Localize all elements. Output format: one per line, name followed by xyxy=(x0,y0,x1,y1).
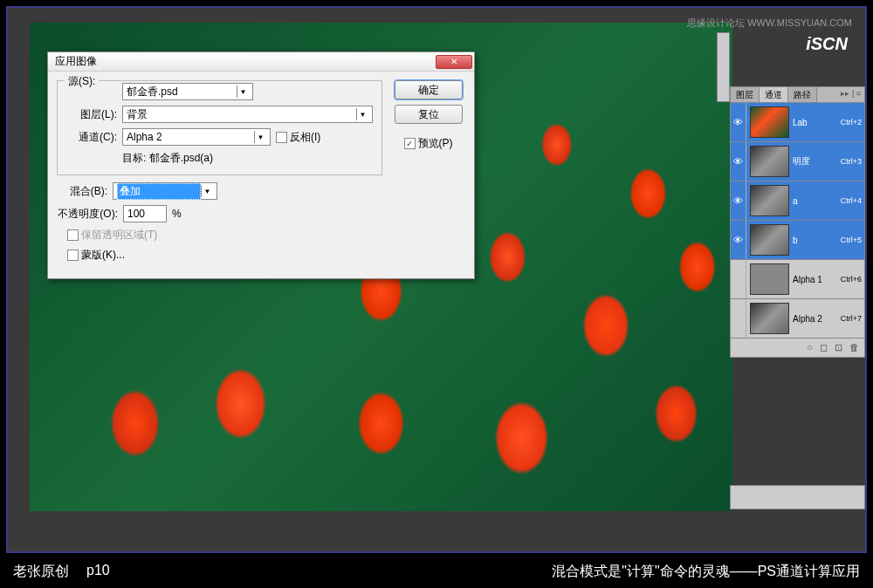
channel-row[interactable]: 👁LabCtrl+2 xyxy=(731,103,864,142)
mask-label: 蒙版(K)... xyxy=(81,248,125,263)
caption-text: 混合模式是"计算"命令的灵魂——PS通道计算应用 xyxy=(552,563,860,581)
channel-combo[interactable]: Alpha 2 ▼ xyxy=(122,128,271,146)
channel-thumbnail xyxy=(750,185,789,216)
opacity-label: 不透明度(O): xyxy=(57,207,118,222)
channel-row[interactable]: 👁bCtrl+5 xyxy=(731,221,864,260)
dropdown-icon: ▼ xyxy=(237,85,249,98)
visibility-icon[interactable]: 👁 xyxy=(731,142,746,181)
panel-tabs: 图层 通道 路径 ▸▸ | ≡ xyxy=(731,87,864,103)
ok-button[interactable]: 确定 xyxy=(395,80,463,99)
dropdown-icon: ▼ xyxy=(254,131,266,143)
blend-combo[interactable]: 叠加 ▼ xyxy=(113,182,217,200)
channel-name: a xyxy=(793,196,841,206)
close-button[interactable]: ✕ xyxy=(436,55,472,69)
tab-layers[interactable]: 图层 xyxy=(731,87,760,102)
channel-name: Lab xyxy=(793,118,841,127)
checkbox-icon xyxy=(67,229,79,241)
watermark-site: 思缘设计论坛 WWW.MISSYUAN.COM xyxy=(687,17,852,30)
source-value: 郁金香.psd xyxy=(127,85,178,99)
target-label: 目标: xyxy=(122,152,146,164)
layer-value: 背景 xyxy=(127,107,148,122)
channel-row[interactable]: 👁明度Ctrl+3 xyxy=(731,142,864,181)
reset-button[interactable]: 复位 xyxy=(395,105,463,124)
blend-label: 混合(B): xyxy=(57,184,107,199)
dialog-title: 应用图像 xyxy=(55,54,436,69)
collapsed-panel[interactable] xyxy=(730,485,865,509)
tab-paths[interactable]: 路径 xyxy=(788,87,817,102)
channel-name: b xyxy=(793,236,841,245)
layer-label: 图层(L): xyxy=(66,107,117,122)
invert-label: 反相(I) xyxy=(290,130,320,145)
channel-label: 通道(C): xyxy=(66,130,117,145)
dropdown-icon: ▼ xyxy=(356,108,368,120)
channel-row[interactable]: Alpha 2Ctrl+7 xyxy=(731,299,864,338)
panel-menu-icon[interactable]: ▸▸ | ≡ xyxy=(837,87,864,102)
channel-list: 👁LabCtrl+2👁明度Ctrl+3👁aCtrl+4👁bCtrl+5Alpha… xyxy=(731,103,864,338)
visibility-icon[interactable]: 👁 xyxy=(731,103,746,141)
layer-combo[interactable]: 背景 ▼ xyxy=(122,106,373,123)
dialog-titlebar[interactable]: 应用图像 ✕ xyxy=(48,52,474,72)
visibility-icon[interactable] xyxy=(731,299,746,338)
channel-shortcut: Ctrl+4 xyxy=(841,196,862,205)
channel-shortcut: Ctrl+3 xyxy=(841,157,862,166)
tool-strip[interactable] xyxy=(717,32,730,102)
channel-value: Alpha 2 xyxy=(127,131,162,143)
channel-name: Alpha 2 xyxy=(793,314,841,324)
channel-name: 明度 xyxy=(793,155,841,168)
apply-image-dialog: 应用图像 ✕ 源(S): 郁金香.psd ▼ 图层(L): xyxy=(47,51,475,279)
load-selection-icon[interactable]: ○ xyxy=(807,342,813,353)
tab-channels[interactable]: 通道 xyxy=(760,87,788,102)
save-selection-icon[interactable]: ◻ xyxy=(820,342,828,353)
channel-thumbnail xyxy=(750,303,789,334)
target-value: 郁金香.psd(a) xyxy=(149,152,213,164)
visibility-icon[interactable] xyxy=(731,260,746,298)
preserve-checkbox: 保留透明区域(T) xyxy=(67,228,157,243)
channels-panel: 图层 通道 路径 ▸▸ | ≡ 👁LabCtrl+2👁明度Ctrl+3👁aCtr… xyxy=(730,86,865,358)
visibility-icon[interactable]: 👁 xyxy=(731,181,746,220)
channel-shortcut: Ctrl+6 xyxy=(841,275,862,284)
channel-name: Alpha 1 xyxy=(793,275,841,284)
opacity-input[interactable] xyxy=(123,205,167,222)
channel-thumbnail xyxy=(750,106,789,138)
preview-label: 预览(P) xyxy=(418,136,453,151)
caption: 老张原创 p10 混合模式是"计算"命令的灵魂——PS通道计算应用 xyxy=(0,563,873,581)
source-combo[interactable]: 郁金香.psd ▼ xyxy=(122,83,253,100)
channel-thumbnail xyxy=(750,146,789,177)
watermark-logo: iSCN xyxy=(806,34,848,54)
blend-value: 叠加 xyxy=(117,183,201,200)
invert-checkbox[interactable]: 反相(I) xyxy=(276,130,320,145)
checkbox-icon xyxy=(67,250,79,261)
channel-shortcut: Ctrl+5 xyxy=(841,236,862,244)
visibility-icon[interactable]: 👁 xyxy=(731,221,746,259)
channel-thumbnail xyxy=(750,263,789,295)
source-fieldset: 源(S): 郁金香.psd ▼ 图层(L): 背景 xyxy=(57,80,382,175)
preserve-label: 保留透明区域(T) xyxy=(81,228,157,243)
channel-row[interactable]: Alpha 1Ctrl+6 xyxy=(731,260,864,299)
panel-footer: ○ ◻ ⊡ 🗑 xyxy=(731,338,864,357)
channel-thumbnail xyxy=(750,224,789,256)
mask-checkbox[interactable]: 蒙版(K)... xyxy=(67,248,125,263)
channel-shortcut: Ctrl+2 xyxy=(841,118,862,126)
channel-row[interactable]: 👁aCtrl+4 xyxy=(731,181,864,221)
opacity-unit: % xyxy=(172,208,182,220)
checkbox-icon: ✓ xyxy=(404,138,416,149)
delete-icon[interactable]: 🗑 xyxy=(849,342,859,353)
new-channel-icon[interactable]: ⊡ xyxy=(835,342,842,353)
caption-page: p10 xyxy=(86,563,110,581)
source-legend: 源(S): xyxy=(65,74,99,89)
channel-shortcut: Ctrl+7 xyxy=(841,314,862,323)
caption-author: 老张原创 xyxy=(13,563,69,581)
preview-checkbox[interactable]: ✓ 预览(P) xyxy=(404,136,453,151)
dropdown-icon: ▼ xyxy=(201,185,213,197)
checkbox-icon xyxy=(276,132,287,143)
